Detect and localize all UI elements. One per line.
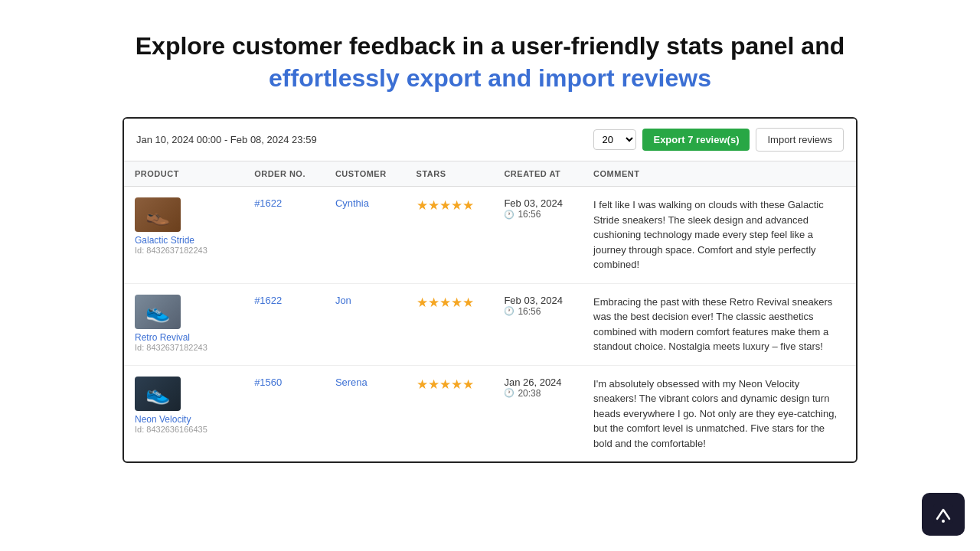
stars-display: ★★★★★: [416, 377, 474, 392]
customer-cell: Jon: [325, 283, 406, 365]
created-time: 🕐 20:38: [504, 388, 572, 399]
col-customer: CUSTOMER: [325, 161, 406, 187]
panel-toolbar: Jan 10, 2024 00:00 - Feb 08, 2024 23:59 …: [124, 119, 856, 161]
customer-cell: Cynthia: [325, 187, 406, 284]
comment-cell: Embracing the past with these Retro Revi…: [583, 283, 856, 365]
col-created: CREATED AT: [493, 161, 583, 187]
clock-icon: 🕐: [504, 306, 514, 316]
svg-point-1: [942, 520, 945, 523]
reviews-panel: Jan 10, 2024 00:00 - Feb 08, 2024 23:59 …: [122, 117, 858, 463]
stars-display: ★★★★★: [416, 295, 474, 310]
stars-display: ★★★★★: [416, 198, 474, 213]
per-page-select[interactable]: 20 50 100: [593, 129, 636, 150]
page-header: Explore customer feedback in a user-frie…: [0, 0, 980, 117]
col-product: PRODUCT: [124, 161, 243, 187]
product-cell: 👞 Galactic Stride Id: 8432637182243: [124, 187, 243, 284]
time-value: 16:56: [518, 306, 541, 317]
product-name[interactable]: Neon Velocity: [135, 414, 233, 425]
created-date: Feb 03, 2024: [504, 295, 572, 306]
stars-cell: ★★★★★: [406, 283, 494, 365]
app-badge: [922, 493, 965, 536]
import-button[interactable]: Import reviews: [756, 128, 844, 152]
customer-cell: Serena: [325, 365, 406, 461]
created-date: Feb 03, 2024: [504, 197, 572, 209]
order-cell: #1622: [243, 187, 325, 284]
header-line1: Explore customer feedback in a user-frie…: [15, 31, 965, 63]
customer-link[interactable]: Cynthia: [335, 197, 369, 209]
table-row: 👟 Neon Velocity Id: 8432636166435 #1560 …: [124, 365, 856, 461]
clock-icon: 🕐: [504, 210, 514, 220]
time-value: 20:38: [518, 388, 541, 399]
created-date: Jan 26, 2024: [504, 377, 572, 388]
created-cell: Jan 26, 2024 🕐 20:38: [493, 365, 583, 461]
stars-cell: ★★★★★: [406, 187, 494, 284]
reviews-table: PRODUCT ORDER NO. CUSTOMER STARS CREATED…: [124, 161, 856, 461]
product-cell: 👟 Retro Revival Id: 8432637182243: [124, 283, 243, 365]
header-line2: effortlessly export and import reviews: [15, 63, 965, 95]
product-cell: 👟 Neon Velocity Id: 8432636166435: [124, 365, 243, 461]
comment-cell: I'm absolutely obsessed with my Neon Vel…: [583, 365, 856, 461]
created-cell: Feb 03, 2024 🕐 16:56: [493, 187, 583, 284]
table-row: 👞 Galactic Stride Id: 8432637182243 #162…: [124, 187, 856, 284]
clock-icon: 🕐: [504, 388, 514, 398]
created-time: 🕐 16:56: [504, 306, 572, 317]
table-header-row: PRODUCT ORDER NO. CUSTOMER STARS CREATED…: [124, 161, 856, 187]
time-value: 16:56: [518, 209, 541, 220]
product-id: Id: 8432637182243: [135, 343, 233, 352]
order-cell: #1560: [243, 365, 325, 461]
product-id: Id: 8432637182243: [135, 246, 233, 255]
col-order: ORDER NO.: [243, 161, 325, 187]
customer-link[interactable]: Serena: [335, 377, 368, 388]
product-name[interactable]: Galactic Stride: [135, 235, 233, 246]
product-name[interactable]: Retro Revival: [135, 332, 233, 343]
order-cell: #1622: [243, 283, 325, 365]
order-link[interactable]: #1622: [254, 197, 282, 209]
table-row: 👟 Retro Revival Id: 8432637182243 #1622 …: [124, 283, 856, 365]
col-stars: STARS: [406, 161, 494, 187]
comment-cell: I felt like I was walking on clouds with…: [583, 187, 856, 284]
stars-cell: ★★★★★: [406, 365, 494, 461]
col-comment: COMMENT: [583, 161, 856, 187]
export-button[interactable]: Export 7 review(s): [642, 129, 750, 151]
order-link[interactable]: #1622: [254, 295, 282, 306]
customer-link[interactable]: Jon: [335, 295, 351, 306]
date-range: Jan 10, 2024 00:00 - Feb 08, 2024 23:59: [136, 134, 317, 145]
order-link[interactable]: #1560: [254, 377, 282, 388]
created-cell: Feb 03, 2024 🕐 16:56: [493, 283, 583, 365]
toolbar-actions: 20 50 100 Export 7 review(s) Import revi…: [593, 128, 844, 152]
created-time: 🕐 16:56: [504, 209, 572, 220]
product-id: Id: 8432636166435: [135, 425, 233, 434]
